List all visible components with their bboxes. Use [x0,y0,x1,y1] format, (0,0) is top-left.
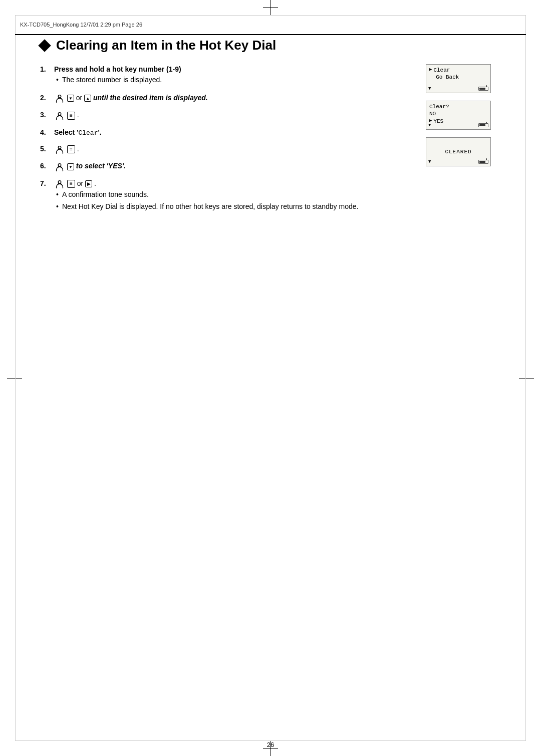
step-7-or: or [77,179,85,187]
lcd-2-row-1: Clear? [429,103,487,110]
lcd-2-battery-tip [486,122,487,124]
arrow-up-icon-2 [84,95,91,102]
step-2-text: until the desired item is displayed. [93,94,208,102]
lcd-1-arrow-1: ▶ [429,67,432,73]
step-2-number: 2. [40,93,50,103]
section-title-text: Clearing an Item in the Hot Key Dial [56,38,276,53]
header-text: KX-TCD705_HongKong 12/7/01 2:29 pm Page … [20,22,521,28]
lcd-2-text-2: NO [429,110,436,117]
lcd-1-battery-tip [486,85,487,87]
lcd-2-battery [478,123,488,127]
menu-icon-5: ≡ [67,145,75,153]
arrow-down-icon-2 [67,95,74,102]
lcd-display-2: Clear? NO ▶ YES ▼ [426,101,491,130]
hand-icon-2 [54,93,65,104]
hand-icon-6 [54,161,65,172]
step-6-content: to select 'YES'. [54,161,416,172]
step-1-number: 1. [40,64,50,75]
step-2: 2. or until the desired item is displaye… [40,93,416,104]
svg-point-3 [58,163,61,166]
lcd-3-battery-tip [486,158,487,160]
lcd-2-text-1: Clear? [429,103,449,110]
step-4-content: Select 'Clear'. [54,127,416,138]
step-7-period: . [94,179,96,187]
lcd-1-row-2: Go Back [429,74,487,81]
lcd-2-row-2: NO [429,110,487,117]
step-4-select: Select ' [54,128,78,136]
step-7-number: 7. [40,178,50,189]
hand-icon-3 [54,110,65,121]
diamond-icon [38,39,51,52]
hand-icon-5 [54,144,65,155]
svg-point-1 [58,112,61,115]
arrow-down-icon-6 [67,163,74,170]
lcd-displays-container: ▶ Clear Go Back ▼ Clear? NO [426,64,501,219]
step-5-content: ≡ . [54,144,416,155]
section-title: Clearing an Item in the Hot Key Dial [40,38,501,53]
hand-icon-7 [54,178,65,189]
step-4: 4. Select 'Clear'. [40,127,416,138]
step-5-period: . [77,145,79,153]
header-bar: KX-TCD705_HongKong 12/7/01 2:29 pm Page … [15,15,526,35]
lcd-3-battery [478,160,488,164]
step-7: 7. ≡ or ▶ . A confirmation tone sounds. … [40,178,416,213]
step-1-content: Press and hold a hot key number (1-9) Th… [54,64,416,87]
menu-icon-3: ≡ [67,112,75,120]
lcd-1-scroll: ▼ [428,86,431,91]
step-6-number: 6. [40,161,50,171]
step-7-content: ≡ or ▶ . A confirmation tone sounds. Nex… [54,178,416,213]
step-2-or: or [76,94,84,102]
lcd-3-scroll: ▼ [428,159,431,164]
lcd-3-text-cleared: CLEARED [445,148,471,155]
right-arrow-icon-7: ▶ [85,180,92,187]
step-3: 3. ≡ . [40,110,416,121]
lcd-2-text-3: YES [433,118,443,125]
step-3-number: 3. [40,110,50,120]
main-content: Clearing an Item in the Hot Key Dial 1. … [40,38,501,726]
step-7-bullet-2: Next Hot Key Dial is displayed. If no ot… [54,201,416,212]
page-number: 26 [267,741,274,748]
lcd-2-scroll: ▼ [428,123,431,128]
step-4-number: 4. [40,127,50,138]
lcd-display-3: CLEARED ▼ [426,137,491,166]
lcd-1-text-1: Clear [433,67,450,74]
step-3-period: . [77,111,79,119]
lcd-1-row-1: ▶ Clear [429,67,487,74]
step-4-quote-end: '. [98,128,101,136]
crop-mark-top-v [270,0,271,15]
menu-icon-7: ≡ [67,180,75,188]
svg-point-0 [58,95,61,98]
step-6-text: to select ' [76,162,108,170]
svg-point-4 [58,181,61,184]
step-5-number: 5. [40,144,50,154]
step-4-code: Clear [78,129,98,137]
lcd-1-battery [478,87,488,91]
svg-point-2 [58,146,61,149]
step-7-bullet-1: A confirmation tone sounds. [54,189,416,200]
steps-container: 1. Press and hold a hot key number (1-9)… [40,64,416,219]
lcd-1-text-2: Go Back [429,74,459,81]
step-1: 1. Press and hold a hot key number (1-9)… [40,64,416,87]
lcd-3-row-1: CLEARED [445,148,471,155]
step-5: 5. ≡ . [40,144,416,155]
step-6-quote: '. [122,162,126,170]
step-6: 6. to select 'YES'. [40,161,416,172]
step-3-content: ≡ . [54,110,416,121]
content-area: 1. Press and hold a hot key number (1-9)… [40,64,501,219]
step-2-content: or until the desired item is displayed. [54,93,416,104]
lcd-display-1: ▶ Clear Go Back ▼ [426,64,491,93]
step-6-yes: YES [108,162,122,170]
step-1-bullet: The stored number is displayed. [54,75,416,85]
step-1-text: Press and hold a hot key number (1-9) [54,65,181,73]
